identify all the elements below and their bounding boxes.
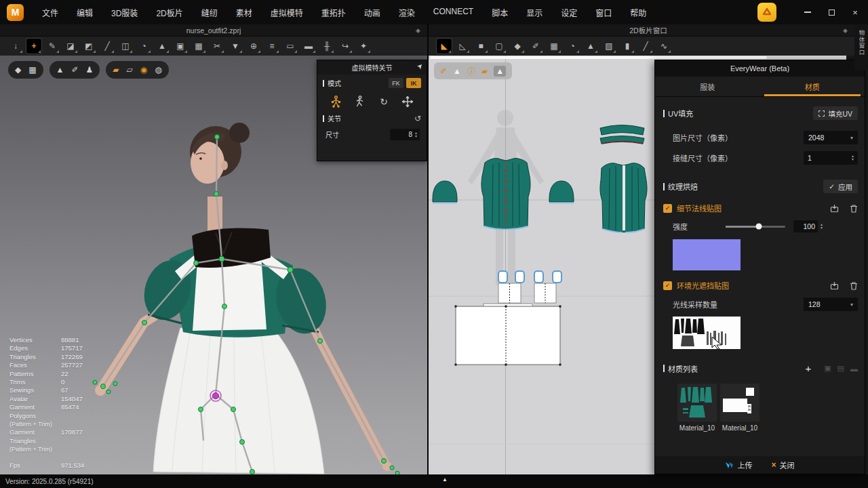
curve-tool-icon[interactable]: ↪ bbox=[338, 39, 353, 54]
close-button[interactable]: × bbox=[850, 7, 860, 17]
flying-scissors-icon[interactable]: ✂ bbox=[210, 39, 224, 54]
show-garment-icon[interactable]: ▲ bbox=[56, 65, 64, 75]
move-gizmo-icon[interactable]: + bbox=[26, 39, 41, 54]
stitch-tool-icon[interactable]: ∿ bbox=[656, 39, 671, 54]
tab-garment[interactable]: 服装 bbox=[655, 77, 760, 96]
mesh-surface-icon[interactable]: ▱ bbox=[127, 65, 133, 75]
needle-icon[interactable]: ✐ bbox=[440, 66, 447, 76]
duplicate-material-icon[interactable]: ▣ bbox=[824, 364, 831, 373]
pleat-tool-icon[interactable]: ╫ bbox=[319, 39, 334, 54]
menu-item[interactable]: 窗口 bbox=[595, 7, 612, 18]
rotate-joint-icon[interactable]: ↻ bbox=[374, 94, 394, 110]
pose-figure-mode-icon[interactable] bbox=[350, 94, 370, 110]
restore-button[interactable] bbox=[827, 7, 836, 17]
normal-map-checkbox[interactable]: ✓ bbox=[663, 204, 672, 213]
add-material-icon[interactable]: + bbox=[805, 363, 811, 374]
menu-item[interactable]: 3D服装 bbox=[111, 7, 138, 18]
joint-size-input[interactable]: 8 ▴▾ bbox=[390, 129, 420, 140]
sewing-pen-icon[interactable]: ╱ bbox=[100, 39, 115, 54]
size-spinner[interactable]: ▴▾ bbox=[415, 131, 417, 138]
menu-item[interactable]: 渲染 bbox=[399, 7, 415, 18]
panel-layout-icon[interactable]: ◈ bbox=[843, 27, 848, 34]
fit-garment-icon[interactable]: ▲ bbox=[155, 39, 170, 54]
menu-item[interactable]: 重拓扑 bbox=[321, 7, 346, 18]
export-map-icon[interactable] bbox=[830, 204, 839, 213]
menu-item[interactable]: 动画 bbox=[364, 7, 380, 18]
texture-grid-icon[interactable]: ▦ bbox=[191, 39, 206, 54]
ao-map-checkbox[interactable]: ✓ bbox=[663, 281, 672, 290]
dart-tool-icon[interactable]: ▼ bbox=[228, 39, 243, 54]
material-item[interactable]: Material_10 bbox=[719, 384, 760, 432]
close-panel-button[interactable]: × 关闭 bbox=[771, 460, 794, 470]
pleats-tool-icon[interactable]: ▮ bbox=[620, 39, 635, 54]
pattern-window-tab[interactable]: 2D板片窗口 bbox=[629, 25, 667, 35]
texture-edit-icon[interactable]: ▧ bbox=[601, 39, 616, 54]
minimize-button[interactable] bbox=[803, 7, 812, 17]
expand-arrow-icon[interactable]: ▲ bbox=[442, 476, 448, 483]
simulate-icon[interactable]: ↓ bbox=[8, 39, 23, 54]
trace-tool-icon[interactable]: ✐ bbox=[528, 39, 543, 54]
transform-pattern-icon[interactable]: ◣ bbox=[437, 39, 452, 54]
delete-map-icon[interactable] bbox=[850, 281, 858, 290]
translate-joint-icon[interactable] bbox=[397, 94, 418, 110]
remove-material-icon[interactable]: ▬ bbox=[850, 365, 858, 373]
export-map-icon[interactable] bbox=[830, 281, 839, 290]
reset-joint-icon[interactable]: ↺ bbox=[414, 114, 421, 123]
show-pins-icon[interactable]: ✐ bbox=[71, 65, 78, 75]
avatar-skin-icon[interactable]: ◉ bbox=[140, 65, 147, 75]
slash-tool-icon[interactable]: ╱ bbox=[638, 39, 653, 54]
fill-uv-button[interactable]: 填充UV bbox=[813, 106, 858, 120]
pose-tool-icon[interactable]: ✦ bbox=[356, 39, 371, 54]
seam-size-input[interactable]: 1 ▴▾ bbox=[804, 151, 858, 165]
ao-map-preview[interactable] bbox=[673, 317, 741, 349]
material-item[interactable]: Material_10 bbox=[677, 384, 717, 432]
panel-layout-icon[interactable]: ◈ bbox=[416, 27, 420, 34]
binding-icon[interactable]: ▬ bbox=[301, 39, 316, 54]
fabric-icon[interactable]: ▰ bbox=[481, 66, 488, 76]
object-window-tab[interactable]: 物体窗口 bbox=[854, 26, 868, 70]
sewing-machine-icon[interactable]: ▣ bbox=[173, 39, 188, 54]
image-size-dropdown[interactable]: 2048▾ bbox=[804, 131, 858, 144]
tab-material[interactable]: 材质 bbox=[760, 77, 865, 96]
pose-joints-mode-icon[interactable] bbox=[326, 94, 347, 110]
menu-item[interactable]: 文件 bbox=[42, 7, 58, 18]
menu-item[interactable]: CONNECT bbox=[433, 7, 473, 18]
mannequin-tool-icon[interactable]: ◩ bbox=[81, 39, 96, 54]
light-samples-dropdown[interactable]: 128▾ bbox=[804, 298, 858, 311]
strength-slider[interactable] bbox=[726, 226, 785, 228]
menu-item[interactable]: 素材 bbox=[236, 7, 252, 18]
show-shirt-icon[interactable]: ▲ bbox=[453, 66, 461, 76]
slider-knob[interactable] bbox=[756, 224, 762, 230]
save-material-icon[interactable]: ▤ bbox=[837, 364, 844, 373]
seam-size-spinner[interactable]: ▴▾ bbox=[852, 155, 854, 161]
polygon-tool-icon[interactable]: ▢ bbox=[492, 39, 507, 54]
horizontal-scrollbar[interactable] bbox=[430, 56, 767, 59]
ik-button[interactable]: IK bbox=[406, 78, 421, 88]
menu-item[interactable]: 显示 bbox=[526, 7, 542, 18]
menu-item[interactable]: 缝纫 bbox=[201, 7, 218, 18]
menu-item[interactable]: 虚拟模特 bbox=[271, 7, 303, 18]
pen-tool-icon[interactable]: ✎ bbox=[45, 39, 60, 54]
normal-map-preview[interactable] bbox=[673, 239, 741, 270]
menu-item[interactable]: 设定 bbox=[561, 7, 577, 18]
show-3d-mesh-icon[interactable]: ▦ bbox=[28, 65, 36, 75]
textured-surface-icon[interactable]: ▰ bbox=[113, 65, 119, 75]
menu-item[interactable]: 脚本 bbox=[492, 7, 508, 18]
apply-bake-button[interactable]: ✓ 应用 bbox=[823, 180, 858, 193]
info-icon[interactable]: ⓘ bbox=[467, 65, 475, 77]
world-grid-icon[interactable]: ◍ bbox=[155, 65, 161, 75]
shirt-texture-icon[interactable]: ▲ bbox=[494, 66, 506, 77]
material-preview-white[interactable] bbox=[720, 384, 760, 422]
fk-button[interactable]: FK bbox=[389, 78, 403, 88]
cursor-icon[interactable] bbox=[416, 64, 422, 70]
show-garment-icon[interactable]: ▲ bbox=[583, 39, 598, 54]
strength-spinner[interactable]: ▴▾ bbox=[821, 223, 823, 230]
upload-button[interactable]: 上传 bbox=[725, 460, 752, 470]
grid-tool-icon[interactable]: ▦ bbox=[547, 39, 561, 54]
edit-pattern-icon[interactable]: ◺ bbox=[455, 39, 470, 54]
clone-pattern-icon[interactable]: ◫ bbox=[118, 39, 133, 54]
show-3d-gizmo-icon[interactable]: ◆ bbox=[15, 65, 21, 75]
menu-item[interactable]: 2D板片 bbox=[156, 7, 182, 18]
project-tab[interactable]: nurse_outfit2.zprj bbox=[186, 26, 241, 35]
delete-map-icon[interactable] bbox=[850, 204, 858, 213]
